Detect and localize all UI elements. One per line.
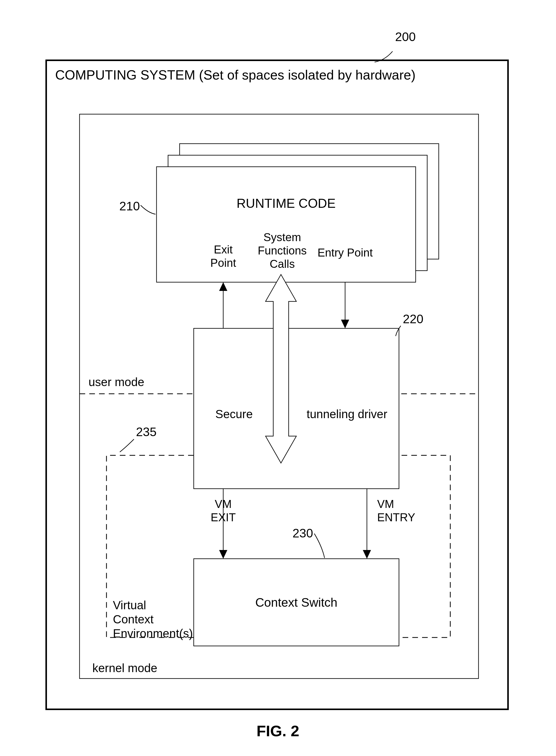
entry-point-label: Entry Point bbox=[317, 246, 373, 259]
runtime-stack bbox=[157, 144, 439, 282]
runtime-title: RUNTIME CODE bbox=[237, 196, 336, 211]
figure-label: FIG. 2 bbox=[256, 722, 300, 740]
svg-text:Context: Context bbox=[113, 613, 154, 626]
driver-left: Secure bbox=[215, 407, 253, 421]
vm-entry-label: VM ENTRY bbox=[377, 498, 415, 524]
svg-text:Calls: Calls bbox=[270, 258, 295, 270]
user-mode-label: user mode bbox=[89, 375, 144, 389]
kernel-mode-label: kernel mode bbox=[92, 661, 157, 675]
svg-text:Point: Point bbox=[210, 256, 236, 269]
svg-text:Virtual: Virtual bbox=[113, 599, 146, 612]
ref-210: 210 bbox=[119, 199, 140, 213]
svg-text:VM: VM bbox=[215, 498, 232, 510]
driver-right: tunneling driver bbox=[307, 407, 387, 421]
svg-marker-11 bbox=[341, 320, 349, 328]
svg-marker-16 bbox=[219, 550, 227, 559]
svg-marker-20 bbox=[363, 550, 371, 559]
svg-marker-9 bbox=[219, 282, 227, 291]
svg-text:System: System bbox=[264, 231, 301, 244]
entry-arrow bbox=[341, 282, 349, 328]
svg-text:EXIT: EXIT bbox=[211, 511, 236, 524]
svg-text:Functions: Functions bbox=[258, 244, 307, 257]
outer-title: COMPUTING SYSTEM (Set of spaces isolated… bbox=[55, 68, 415, 82]
exit-arrow bbox=[219, 282, 227, 328]
ref-220: 220 bbox=[403, 312, 423, 326]
ref-235: 235 bbox=[136, 425, 157, 439]
svg-text:Environment(s): Environment(s) bbox=[113, 627, 193, 640]
vm-entry-arrow bbox=[363, 489, 371, 559]
vce-label: Virtual Context Environment(s) bbox=[113, 599, 193, 640]
context-label: Context Switch bbox=[255, 596, 337, 609]
svg-text:VM: VM bbox=[377, 498, 394, 510]
svg-text:ENTRY: ENTRY bbox=[377, 511, 415, 524]
ref-200: 200 bbox=[395, 30, 416, 44]
svg-text:Exit: Exit bbox=[214, 243, 233, 256]
ref-230: 230 bbox=[292, 527, 313, 540]
